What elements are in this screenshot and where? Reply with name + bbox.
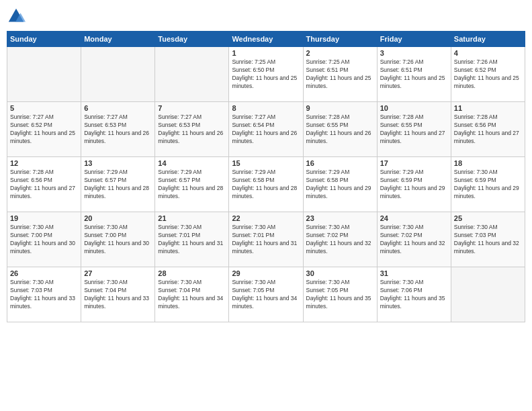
sunrise-label: Sunrise: 7:27 AM (158, 113, 202, 120)
sunrise-label: Sunrise: 7:26 AM (454, 58, 498, 65)
sunrise-label: Sunrise: 7:30 AM (158, 279, 202, 285)
sunset-label: Sunset: 7:00 PM (84, 232, 126, 238)
week-row: 5 Sunrise: 7:27 AM Sunset: 6:52 PM Dayli… (7, 102, 525, 157)
sunrise-label: Sunrise: 7:30 AM (306, 224, 350, 230)
day-info: Sunrise: 7:27 AM Sunset: 6:53 PM Dayligh… (84, 113, 152, 146)
sunset-label: Sunset: 7:02 PM (306, 232, 349, 238)
sunrise-label: Sunrise: 7:30 AM (232, 224, 275, 230)
day-cell (451, 267, 525, 322)
day-info: Sunrise: 7:30 AM Sunset: 7:02 PM Dayligh… (380, 224, 448, 256)
week-row: 12 Sunrise: 7:28 AM Sunset: 6:56 PM Dayl… (7, 157, 525, 212)
day-cell: 9 Sunrise: 7:28 AM Sunset: 6:55 PM Dayli… (303, 102, 377, 157)
day-number: 12 (10, 159, 78, 167)
daylight-label: Daylight: 11 hours and 27 minutes. (380, 130, 445, 144)
day-info: Sunrise: 7:26 AM Sunset: 6:52 PM Dayligh… (454, 58, 522, 91)
day-number: 4 (454, 49, 522, 57)
sunrise-label: Sunrise: 7:30 AM (380, 224, 424, 230)
sunrise-label: Sunrise: 7:30 AM (10, 224, 54, 230)
sunset-label: Sunset: 7:03 PM (10, 287, 52, 293)
day-info: Sunrise: 7:30 AM Sunset: 7:05 PM Dayligh… (306, 279, 374, 311)
sunrise-label: Sunrise: 7:28 AM (380, 113, 424, 120)
sunrise-label: Sunrise: 7:30 AM (454, 169, 498, 175)
week-row: 1 Sunrise: 7:25 AM Sunset: 6:50 PM Dayli… (7, 47, 525, 102)
daylight-label: Daylight: 11 hours and 32 minutes. (454, 240, 519, 255)
daylight-label: Daylight: 11 hours and 34 minutes. (158, 295, 223, 310)
sunrise-label: Sunrise: 7:26 AM (380, 58, 424, 65)
day-number: 24 (380, 214, 448, 222)
daylight-label: Daylight: 11 hours and 28 minutes. (232, 185, 297, 199)
day-header: Thursday (303, 32, 377, 47)
day-number: 5 (10, 104, 78, 112)
day-header: Wednesday (229, 32, 303, 47)
sunrise-label: Sunrise: 7:29 AM (232, 169, 275, 175)
day-cell: 29 Sunrise: 7:30 AM Sunset: 7:05 PM Dayl… (229, 267, 303, 322)
day-number: 17 (380, 159, 448, 167)
sunset-label: Sunset: 7:06 PM (380, 287, 423, 293)
sunrise-label: Sunrise: 7:30 AM (454, 224, 498, 230)
day-cell: 4 Sunrise: 7:26 AM Sunset: 6:52 PM Dayli… (451, 47, 525, 102)
day-cell: 14 Sunrise: 7:29 AM Sunset: 6:57 PM Dayl… (155, 157, 229, 212)
day-info: Sunrise: 7:25 AM Sunset: 6:50 PM Dayligh… (232, 58, 300, 91)
day-cell: 23 Sunrise: 7:30 AM Sunset: 7:02 PM Dayl… (303, 212, 377, 267)
day-number: 19 (10, 214, 78, 222)
day-number: 8 (232, 104, 300, 112)
sunrise-label: Sunrise: 7:29 AM (158, 169, 202, 175)
daylight-label: Daylight: 11 hours and 33 minutes. (84, 295, 149, 310)
logo-icon (7, 7, 26, 26)
day-cell: 31 Sunrise: 7:30 AM Sunset: 7:06 PM Dayl… (377, 267, 451, 322)
sunrise-label: Sunrise: 7:27 AM (232, 113, 275, 120)
day-cell: 15 Sunrise: 7:29 AM Sunset: 6:58 PM Dayl… (229, 157, 303, 212)
day-number: 31 (380, 269, 448, 277)
sunrise-label: Sunrise: 7:29 AM (84, 169, 128, 175)
day-number: 27 (84, 269, 152, 277)
day-info: Sunrise: 7:30 AM Sunset: 7:01 PM Dayligh… (158, 224, 226, 256)
day-number: 14 (158, 159, 226, 167)
daylight-label: Daylight: 11 hours and 26 minutes. (84, 130, 149, 144)
day-cell (155, 47, 229, 102)
sunset-label: Sunset: 6:55 PM (380, 122, 423, 128)
daylight-label: Daylight: 11 hours and 30 minutes. (10, 240, 75, 255)
day-number: 7 (158, 104, 226, 112)
sunrise-label: Sunrise: 7:28 AM (10, 169, 54, 175)
day-info: Sunrise: 7:30 AM Sunset: 6:59 PM Dayligh… (454, 169, 522, 201)
week-row: 19 Sunrise: 7:30 AM Sunset: 7:00 PM Dayl… (7, 212, 525, 267)
day-cell: 10 Sunrise: 7:28 AM Sunset: 6:55 PM Dayl… (377, 102, 451, 157)
day-info: Sunrise: 7:29 AM Sunset: 6:57 PM Dayligh… (158, 169, 226, 201)
day-cell: 3 Sunrise: 7:26 AM Sunset: 6:51 PM Dayli… (377, 47, 451, 102)
daylight-label: Daylight: 11 hours and 29 minutes. (454, 185, 519, 199)
day-cell (7, 47, 81, 102)
sunrise-label: Sunrise: 7:30 AM (380, 279, 424, 285)
day-number: 11 (454, 104, 522, 112)
day-cell: 28 Sunrise: 7:30 AM Sunset: 7:04 PM Dayl… (155, 267, 229, 322)
day-cell: 27 Sunrise: 7:30 AM Sunset: 7:04 PM Dayl… (81, 267, 155, 322)
sunset-label: Sunset: 6:59 PM (454, 177, 496, 183)
day-info: Sunrise: 7:28 AM Sunset: 6:56 PM Dayligh… (454, 113, 522, 146)
daylight-label: Daylight: 11 hours and 25 minutes. (10, 130, 75, 144)
sunset-label: Sunset: 6:56 PM (10, 177, 52, 183)
daylight-label: Daylight: 11 hours and 26 minutes. (306, 130, 371, 144)
day-number: 3 (380, 49, 448, 57)
day-cell: 17 Sunrise: 7:29 AM Sunset: 6:59 PM Dayl… (377, 157, 451, 212)
sunset-label: Sunset: 6:50 PM (232, 66, 274, 73)
day-number: 30 (306, 269, 374, 277)
daylight-label: Daylight: 11 hours and 26 minutes. (158, 130, 223, 144)
sunset-label: Sunset: 6:58 PM (306, 177, 349, 183)
day-header: Sunday (7, 32, 81, 47)
daylight-label: Daylight: 11 hours and 28 minutes. (84, 185, 149, 199)
week-row: 26 Sunrise: 7:30 AM Sunset: 7:03 PM Dayl… (7, 267, 525, 322)
sunrise-label: Sunrise: 7:30 AM (84, 224, 128, 230)
day-info: Sunrise: 7:30 AM Sunset: 7:02 PM Dayligh… (306, 224, 374, 256)
sunrise-label: Sunrise: 7:30 AM (232, 279, 275, 285)
day-number: 18 (454, 159, 522, 167)
sunset-label: Sunset: 7:00 PM (10, 232, 52, 238)
sunset-label: Sunset: 6:51 PM (380, 66, 423, 73)
sunset-label: Sunset: 7:04 PM (158, 287, 200, 293)
daylight-label: Daylight: 11 hours and 35 minutes. (306, 295, 371, 310)
daylight-label: Daylight: 11 hours and 30 minutes. (84, 240, 149, 255)
sunset-label: Sunset: 6:53 PM (84, 122, 126, 128)
day-info: Sunrise: 7:30 AM Sunset: 7:06 PM Dayligh… (380, 279, 448, 311)
sunset-label: Sunset: 6:54 PM (232, 122, 274, 128)
daylight-label: Daylight: 11 hours and 31 minutes. (158, 240, 223, 255)
calendar-table: SundayMondayTuesdayWednesdayThursdayFrid… (7, 31, 525, 322)
daylight-label: Daylight: 11 hours and 25 minutes. (380, 75, 445, 89)
